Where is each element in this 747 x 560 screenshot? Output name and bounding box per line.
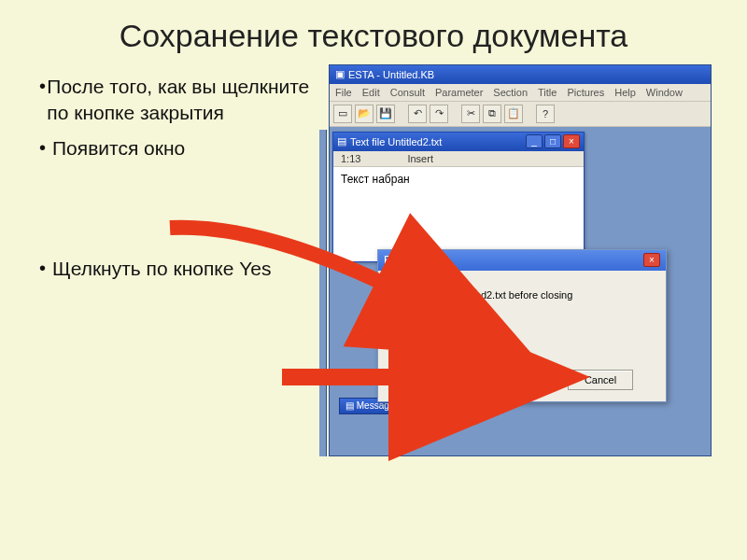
menu-edit[interactable]: Edit	[362, 87, 380, 98]
question-icon: ?	[391, 289, 408, 306]
dialog-title: ESTA	[384, 254, 412, 267]
menu-parameter[interactable]: Parameter	[435, 87, 483, 98]
menu-window[interactable]: Window	[646, 87, 683, 98]
menu-pictures[interactable]: Pictures	[567, 87, 604, 98]
bullet-text: Щелкнуть по кнопке Yes	[52, 256, 272, 282]
redo-icon[interactable]: ↷	[430, 105, 448, 123]
statusbar: 1:13 Insert	[333, 151, 584, 167]
menu-section[interactable]: Section	[493, 87, 528, 98]
maximize-button[interactable]: □	[544, 134, 561, 148]
minimize-button[interactable]: _	[526, 134, 543, 148]
bullet-text: После того, как вы щелкните по кнопке за…	[47, 74, 312, 127]
cancel-button[interactable]: Cancel	[568, 370, 633, 390]
menubar: File Edit Consult Parameter Section Titl…	[330, 84, 711, 102]
no-button[interactable]: No	[489, 370, 555, 390]
cut-icon[interactable]: ✂	[461, 105, 480, 123]
menu-file[interactable]: File	[335, 87, 352, 98]
open-icon[interactable]: 📂	[355, 105, 374, 123]
copy-icon[interactable]: ⧉	[483, 105, 501, 123]
titlebar: ESTA ×	[378, 250, 666, 271]
undo-icon[interactable]: ↶	[408, 105, 427, 123]
window-title: ESTA - Untitled.KB	[348, 69, 434, 80]
button-row: Yes No Cancel	[378, 370, 666, 390]
list-item: • После того, как вы щелкните по кнопке …	[39, 74, 312, 127]
titlebar: ▤ Text file Untitled2.txt _ □ ×	[333, 133, 584, 151]
help-icon[interactable]: ?	[536, 105, 555, 123]
text-file-window: ▤ Text file Untitled2.txt _ □ × 1:13 Ins…	[332, 132, 585, 262]
save-prompt-dialog: ESTA × ? Update untitled2.txt before clo…	[377, 249, 667, 402]
toolbar: ▭ 📂 💾 ↶ ↷ ✂ ⧉ 📋 ?	[330, 102, 711, 127]
slide-title: Сохранение текстового документа	[0, 0, 747, 64]
window-title: Text file Untitled2.txt	[350, 136, 442, 147]
bullet-list: • После того, как вы щелкните по кнопке …	[11, 64, 319, 291]
decorative-edge	[319, 130, 327, 456]
titlebar: ▣ ESTA - Untitled.KB	[330, 65, 711, 84]
paste-icon[interactable]: 📋	[504, 105, 523, 123]
app-icon: ▣	[335, 68, 345, 80]
close-button[interactable]: ×	[643, 253, 660, 267]
yes-button[interactable]: Yes	[411, 370, 476, 390]
save-icon[interactable]: 💾	[376, 105, 395, 123]
bullet-text: Появится окно	[52, 135, 185, 161]
edit-mode: Insert	[407, 153, 433, 164]
menu-title[interactable]: Title	[538, 87, 557, 98]
text-content[interactable]: Текст набран	[333, 167, 584, 191]
taskbar-label: Messages	[357, 400, 400, 411]
list-item: • Щелкнуть по кнопке Yes	[39, 256, 312, 282]
menu-consult[interactable]: Consult	[390, 87, 425, 98]
close-button[interactable]: ×	[563, 134, 580, 148]
dialog-message: Update untitled2.txt before closing	[417, 289, 572, 301]
document-icon: ▤	[337, 135, 346, 147]
list-item: • Появится окно	[39, 135, 312, 161]
menu-help[interactable]: Help	[614, 87, 636, 98]
cursor-position: 1:13	[341, 153, 360, 164]
messages-icon: ▤	[345, 400, 354, 411]
new-icon[interactable]: ▭	[333, 105, 352, 123]
